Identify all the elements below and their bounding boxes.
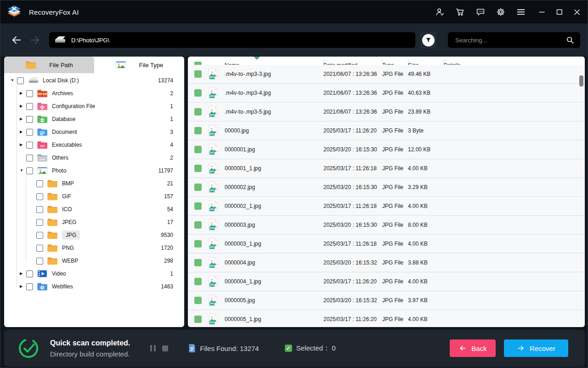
scrollbar-thumb[interactable] [579, 75, 583, 86]
file-checkbox[interactable] [194, 297, 202, 304]
tree-item-others[interactable]: Others2 [4, 151, 184, 164]
tree-item-ico[interactable]: ICO54 [4, 203, 184, 216]
expand-arrow-icon[interactable]: ▼ [11, 79, 17, 82]
file-checkbox[interactable] [194, 202, 202, 210]
file-checkbox[interactable] [194, 146, 202, 153]
file-name: 0000001.jpg [225, 146, 323, 153]
file-row[interactable]: JPG0000005_1.jpg2025/03/17 : 11:26:20JPG… [188, 310, 585, 327]
file-checkbox[interactable] [194, 221, 202, 229]
tree-item-bmp[interactable]: BMP21 [4, 177, 184, 190]
tab-file-path[interactable]: File Path [4, 57, 94, 73]
file-row[interactable]: JPG00000.jpg2025/03/17 : 11:26:20JPG Fil… [188, 121, 585, 140]
file-type: JPG File [382, 109, 408, 115]
tree-item-archives[interactable]: ▶Archives2 [4, 87, 184, 100]
expand-arrow-icon[interactable]: ▶ [20, 130, 26, 134]
file-checkbox[interactable] [194, 316, 202, 323]
tree-checkbox[interactable] [36, 180, 43, 187]
file-row[interactable]: JPG0000003.jpg2025/03/20 : 16:15:30JPG F… [188, 216, 585, 235]
file-type: JPG File [382, 297, 408, 304]
file-row[interactable]: JPG0000001.jpg2025/03/20 : 16:15:30JPG F… [188, 140, 585, 159]
search-input[interactable] [448, 37, 565, 44]
file-checkbox[interactable] [194, 259, 202, 266]
tree-item-webp[interactable]: WEBP298 [4, 254, 184, 267]
tree-checkbox[interactable] [36, 258, 43, 264]
menu-icon[interactable] [516, 7, 526, 17]
tree-item-png[interactable]: PNG1720 [4, 242, 184, 254]
tree-checkbox[interactable] [36, 193, 43, 200]
file-row[interactable]: JPG.m4v-to-.mp3-3.jpg2021/06/07 : 13:26:… [188, 65, 585, 84]
file-row[interactable]: JPG.m4v-to-.mp3-5.jpg2021/06/07 : 13:26:… [188, 103, 585, 121]
expand-arrow-icon[interactable]: ▶ [20, 117, 26, 121]
file-row[interactable]: JPG0000001_1.jpg2025/03/17 : 11:26:18JPG… [188, 159, 585, 178]
tree-checkbox[interactable] [26, 283, 33, 290]
file-row[interactable]: JPG0000004_1.jpg2025/03/17 : 11:26:20JPG… [188, 272, 585, 291]
close-button[interactable] [572, 7, 582, 17]
tree-item-video[interactable]: ▶Video1 [4, 267, 184, 280]
file-checkbox[interactable] [194, 165, 202, 172]
tree-checkbox[interactable] [17, 77, 24, 84]
account-icon[interactable] [435, 7, 445, 17]
expand-arrow-icon[interactable]: ▶ [20, 92, 26, 95]
path-input[interactable]: D:\Photo\JPG\ [49, 32, 415, 48]
search-icon[interactable] [565, 35, 575, 45]
file-row[interactable]: JPG0000005.jpg2025/03/20 : 16:15:32JPG F… [188, 291, 585, 310]
tree-checkbox[interactable] [36, 245, 43, 252]
tree-item-document[interactable]: ▶Document3 [4, 126, 184, 138]
expand-arrow-icon[interactable]: ▶ [20, 143, 26, 147]
file-checkbox[interactable] [194, 70, 202, 78]
back-button[interactable]: Back [450, 339, 496, 357]
settings-icon[interactable] [496, 7, 506, 17]
recover-button[interactable]: Recover [504, 339, 568, 357]
tree-checkbox[interactable] [26, 129, 33, 136]
file-date-modified: 2025/03/17 : 11:26:18 [323, 203, 382, 209]
tree-item-gif[interactable]: GIF157 [4, 190, 184, 203]
tab-file-type[interactable]: File Type [94, 57, 184, 73]
tree-item-photo[interactable]: ▼Photo11797 [4, 164, 184, 177]
tree-checkbox[interactable] [36, 219, 43, 226]
expand-arrow-icon[interactable]: ▼ [20, 169, 26, 172]
file-checkbox[interactable] [194, 184, 202, 191]
tree-checkbox[interactable] [26, 167, 33, 174]
tree-checkbox[interactable] [36, 232, 43, 239]
tree-item-configuration-file[interactable]: ▶Configuration File1 [4, 100, 184, 113]
tree-item-webfiles[interactable]: ▶Webfiles1463 [4, 280, 184, 293]
file-checkbox[interactable] [194, 127, 202, 134]
file-row[interactable]: JPG0000002.jpg2025/03/20 : 16:15:30JPG F… [188, 178, 585, 197]
tree-item-executables[interactable]: ▶</>Executables4 [4, 138, 184, 151]
file-date-modified: 2025/03/20 : 16:15:30 [323, 222, 382, 228]
forward-nav-button[interactable] [29, 34, 41, 46]
back-nav-button[interactable] [11, 34, 23, 46]
tree-item-database[interactable]: ▶Database1 [4, 113, 184, 126]
minimize-button[interactable] [537, 7, 547, 17]
tree-checkbox[interactable] [26, 155, 33, 161]
expand-arrow-icon[interactable]: ▶ [20, 104, 26, 108]
file-checkbox[interactable] [194, 240, 202, 247]
file-checkbox[interactable] [194, 278, 202, 285]
tree-checkbox[interactable] [26, 103, 33, 110]
file-row[interactable]: JPG0000004.jpg2025/03/20 : 16:15:32JPG F… [188, 253, 585, 272]
tree-item-jpeg[interactable]: JPEG17 [4, 216, 184, 229]
filter-button[interactable] [420, 32, 436, 48]
tree-checkbox[interactable] [26, 90, 33, 97]
tree-checkbox[interactable] [26, 142, 33, 149]
file-row[interactable]: JPG0000002_1.jpg2025/03/17 : 11:26:18JPG… [188, 197, 585, 216]
tree-item-jpg[interactable]: JPG9530 [4, 229, 184, 242]
maximize-button[interactable] [554, 7, 565, 17]
tree-checkbox[interactable] [36, 206, 43, 213]
drive-icon [54, 35, 67, 45]
file-checkbox[interactable] [194, 108, 202, 115]
tree-checkbox[interactable] [26, 270, 33, 277]
tree-checkbox[interactable] [26, 116, 33, 123]
expand-arrow-icon[interactable]: ▶ [20, 285, 26, 288]
file-checkbox[interactable] [194, 89, 202, 97]
tree-item-local-disk-d-[interactable]: ▼Local Disk (D:)13274 [4, 74, 184, 87]
pause-icon[interactable] [150, 345, 156, 351]
folder-exec-icon: </> [37, 140, 49, 150]
svg-text:JPG: JPG [209, 246, 215, 248]
chat-icon[interactable] [475, 7, 486, 17]
expand-arrow-icon[interactable]: ▶ [20, 272, 26, 276]
file-row[interactable]: JPG.m4v-to-.mp3-4.jpg2021/06/07 : 13:26:… [188, 84, 585, 103]
file-row[interactable]: JPG0000003_1.jpg2025/03/17 : 11:26:18JPG… [188, 235, 585, 253]
cart-icon[interactable] [455, 7, 465, 17]
stop-icon[interactable] [162, 345, 168, 351]
